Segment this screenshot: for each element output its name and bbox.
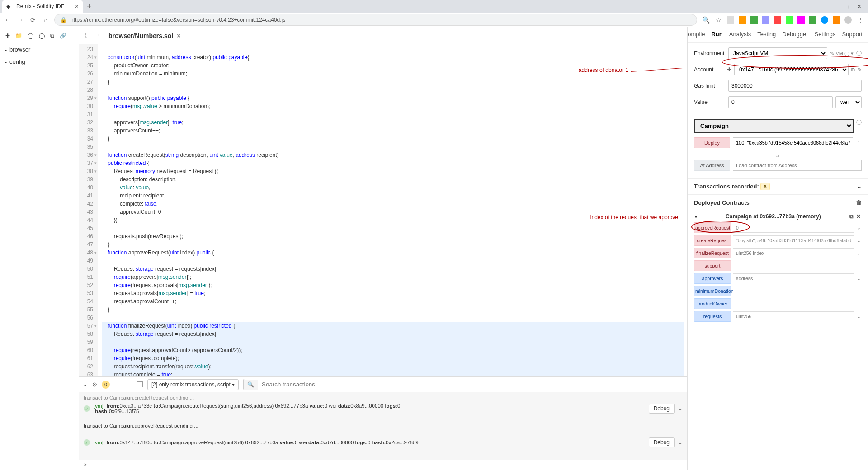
ext-icon[interactable] (821, 16, 828, 24)
expand-icon[interactable]: ⌄ (678, 405, 683, 412)
function-button-productOwner[interactable]: productOwner (694, 298, 731, 309)
deployed-contracts-header[interactable]: Deployed Contracts 🗑 (688, 194, 868, 211)
debug-button[interactable]: Debug (649, 437, 675, 447)
ext-icon[interactable] (762, 16, 769, 24)
url-input[interactable] (71, 17, 691, 23)
block-icon[interactable]: ⊘ (92, 381, 97, 388)
github-icon[interactable]: ◯ (28, 33, 33, 39)
value-unit-select[interactable]: wei (835, 96, 862, 108)
ext-icon[interactable] (750, 16, 758, 24)
function-input-approveRequest[interactable] (733, 223, 854, 233)
minimize-icon[interactable]: — (829, 3, 835, 10)
folder-browser[interactable]: browser (4, 43, 75, 56)
browser-tab[interactable]: ◆ Remix - Solidity IDE × (2, 0, 83, 13)
expand-icon[interactable]: ⌄ (678, 439, 683, 446)
contract-instance-header[interactable]: ▾ Campaign at 0x692...77b3a (memory) ⧉ ✕ (694, 211, 862, 222)
debug-button[interactable]: Debug (649, 404, 675, 414)
value-input[interactable] (728, 96, 833, 108)
value-label: Value (694, 99, 726, 105)
at-address-button[interactable]: At Address (694, 160, 730, 171)
transactions-recorded-header[interactable]: Transactions recorded: 6 ⌄ (688, 178, 868, 194)
contract-select[interactable]: Campaign (694, 119, 854, 133)
function-button-createRequest[interactable]: createRequest (694, 235, 731, 246)
expand-icon[interactable]: ⌄ (856, 137, 862, 148)
function-button-approvers[interactable]: approvers (694, 273, 731, 284)
gas-input[interactable] (728, 80, 862, 92)
copy-icon[interactable]: ⧉ (50, 33, 54, 39)
tab-support[interactable]: Support (842, 31, 863, 39)
tab-debugger[interactable]: Debugger (782, 31, 808, 39)
expand-icon[interactable]: ⌄ (856, 238, 862, 244)
trash-icon[interactable]: 🗑 (856, 199, 862, 206)
tab-testing[interactable]: Testing (757, 31, 776, 39)
listen-checkbox[interactable] (137, 381, 143, 387)
file-tab[interactable]: browser/Numbers.sol × (103, 28, 186, 43)
search-icon[interactable]: 🔍 (244, 380, 258, 390)
back-icon[interactable]: ← (4, 16, 12, 24)
tab-compile[interactable]: Compile (687, 31, 705, 39)
star-icon[interactable]: ☆ (714, 16, 722, 24)
zoom-icon[interactable]: 🔍 (702, 16, 710, 24)
menu-icon[interactable]: ⋮ (856, 16, 864, 24)
close-file-icon[interactable]: × (177, 32, 180, 39)
ext-icon[interactable] (786, 16, 793, 24)
maximize-icon[interactable]: ▢ (843, 3, 849, 10)
edit-address-icon[interactable]: ✎ (858, 67, 862, 73)
collapse-left-icon[interactable]: 《 (82, 32, 87, 39)
new-tab-icon[interactable]: + (87, 2, 92, 11)
search-transactions[interactable]: 🔍 (243, 379, 340, 390)
function-button-minimumDonation[interactable]: minimumDonation (694, 286, 731, 296)
expand-icon[interactable]: ⌄ (856, 225, 862, 231)
tab-settings[interactable]: Settings (814, 31, 835, 39)
ext-icon[interactable] (833, 16, 840, 24)
deploy-args-input[interactable] (733, 137, 853, 148)
url-bar[interactable]: 🔒 (54, 14, 697, 26)
open-folder-icon[interactable]: 📁 (15, 33, 22, 39)
info-icon[interactable]: ⓘ (856, 119, 862, 133)
tab-run[interactable]: Run (711, 31, 722, 39)
chevron-down-icon[interactable]: ⌄ (83, 381, 88, 388)
deploy-button[interactable]: Deploy (694, 137, 730, 148)
search-input[interactable] (258, 379, 340, 390)
console-prompt[interactable]: > (79, 460, 687, 470)
forward-icon[interactable]: → (16, 16, 24, 24)
scroll-right-icon[interactable]: → (95, 32, 100, 39)
home-icon[interactable]: ⌂ (42, 16, 50, 24)
at-address-input[interactable] (733, 160, 862, 171)
env-select[interactable]: JavaScript VM (728, 47, 827, 59)
plus-account-icon[interactable]: ✚ (727, 66, 731, 73)
ext-icon[interactable] (774, 16, 781, 24)
reload-icon[interactable]: ⟳ (29, 16, 37, 24)
code-editor[interactable]: 2324252627282930313233343536373839404142… (79, 44, 687, 376)
function-input-finalizeRequest[interactable] (733, 248, 854, 258)
function-button-finalizeRequest[interactable]: finalizeRequest (694, 248, 731, 258)
filter-select[interactable]: [2] only remix transactions, script ▾ (147, 379, 239, 390)
ext-icon[interactable] (809, 16, 816, 24)
close-instance-icon[interactable]: ✕ (856, 213, 861, 220)
close-window-icon[interactable]: ✕ (857, 3, 862, 10)
ext-icon[interactable] (844, 16, 852, 24)
link-icon[interactable]: 🔗 (60, 33, 66, 39)
function-button-support[interactable]: support (694, 260, 731, 271)
function-input-requests[interactable] (733, 311, 854, 321)
copy-icon[interactable]: ⧉ (849, 213, 854, 220)
function-input-approvers[interactable] (733, 273, 854, 283)
expand-icon[interactable]: ⌄ (856, 250, 862, 256)
tab-analysis[interactable]: Analysis (729, 31, 751, 39)
expand-icon[interactable]: ⌄ (856, 314, 862, 320)
close-tab-icon[interactable]: × (75, 3, 79, 10)
ext-icon[interactable] (739, 16, 746, 24)
function-button-requests[interactable]: requests (694, 311, 731, 322)
function-button-approveRequest[interactable]: approveRequest (694, 222, 731, 233)
ext-icon[interactable] (797, 16, 805, 24)
info-icon[interactable]: ⓘ (856, 50, 862, 57)
function-input-createRequest[interactable] (733, 235, 854, 245)
copy-address-icon[interactable]: ⧉ (851, 67, 855, 73)
account-select[interactable]: 0x147...c160c (99.999999999999874286 (734, 64, 849, 75)
gist-icon[interactable]: ◯ (39, 33, 45, 39)
ext-icon[interactable] (727, 16, 734, 24)
folder-config[interactable]: config (4, 56, 75, 68)
scroll-left-icon[interactable]: ← (89, 32, 94, 39)
expand-icon[interactable]: ⌄ (856, 276, 862, 282)
new-file-icon[interactable]: ✚ (5, 33, 10, 39)
